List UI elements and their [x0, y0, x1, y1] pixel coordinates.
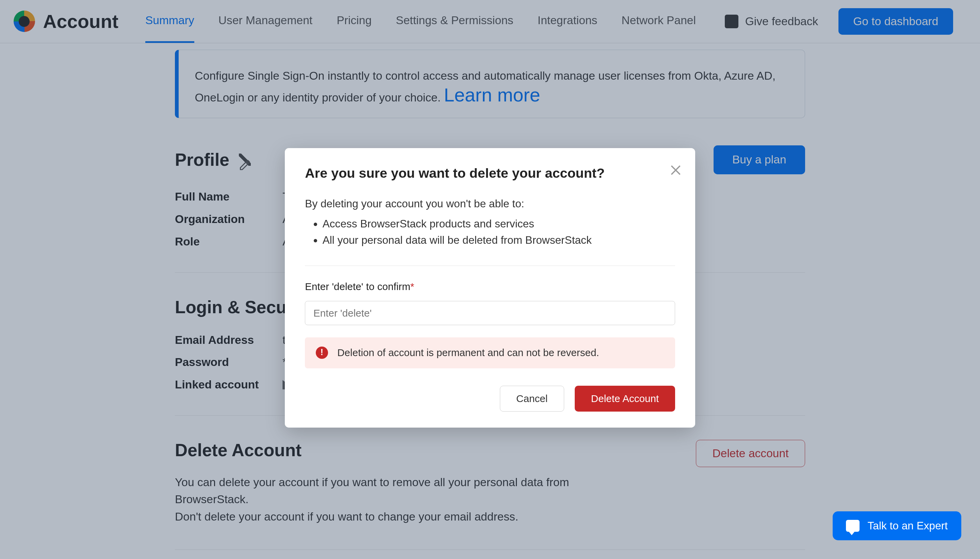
modal-bullet-2: All your personal data will be deleted f…	[323, 232, 675, 248]
warning-icon	[316, 347, 328, 359]
modal-confirm-label-text: Enter 'delete' to confirm	[305, 281, 410, 292]
modal-confirm-label: Enter 'delete' to confirm*	[305, 281, 675, 293]
modal-bullet-1: Access BrowserStack products and service…	[323, 216, 675, 232]
modal-warning: Deletion of account is permanent and can…	[305, 337, 675, 368]
modal-body: By deleting your account you won't be ab…	[305, 196, 675, 248]
modal-overlay: Are you sure you want to delete your acc…	[0, 0, 980, 559]
required-asterisk: *	[410, 281, 414, 292]
talk-to-expert-button[interactable]: Talk to an Expert	[833, 511, 961, 540]
modal-title: Are you sure you want to delete your acc…	[305, 165, 675, 181]
chat-label: Talk to an Expert	[868, 519, 948, 532]
modal-intro: By deleting your account you won't be ab…	[305, 197, 524, 210]
modal-actions: Cancel Delete Account	[305, 386, 675, 412]
modal-warning-text: Deletion of account is permanent and can…	[337, 347, 599, 359]
confirm-delete-account-button[interactable]: Delete Account	[575, 386, 675, 412]
delete-confirm-input[interactable]	[305, 301, 675, 325]
delete-account-modal: Are you sure you want to delete your acc…	[285, 148, 695, 428]
modal-separator	[305, 266, 675, 266]
modal-close-icon[interactable]	[668, 160, 683, 175]
cancel-button[interactable]: Cancel	[500, 386, 564, 412]
chat-icon	[846, 520, 860, 532]
